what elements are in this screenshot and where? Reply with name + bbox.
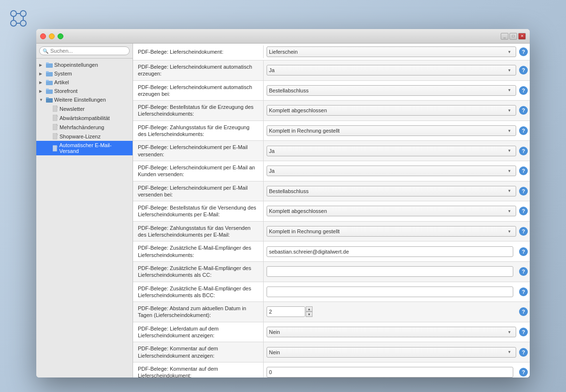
sidebar-item-mehrfach[interactable]: Mehrfachänderung (36, 122, 133, 132)
select-row1[interactable]: Lieferschein (267, 46, 516, 57)
form-control-row13 (264, 285, 516, 299)
select-wrapper-row9: Komplett abgeschlossen▼ (267, 206, 513, 216)
select-wrapper-row16: NeinJa▼ (267, 347, 513, 358)
select-row8[interactable]: Bestellabschluss (267, 186, 516, 196)
input-row17[interactable] (267, 367, 513, 377)
spinner-down-row14[interactable]: ▼ (306, 312, 313, 317)
form-label-row16: PDF-Belege: Kommentar auf dem Liefersche… (133, 342, 264, 362)
close-button[interactable] (40, 33, 46, 39)
form-label-row3: PDF-Belege: Lieferscheindokument automat… (133, 81, 264, 101)
form-row-row2: PDF-Belege: Lieferscheindokument automat… (133, 60, 530, 81)
svg-rect-17 (46, 97, 49, 99)
select-row7[interactable]: JaNein (267, 166, 516, 176)
help-button-row11[interactable]: ? (519, 247, 528, 256)
select-row15[interactable]: NeinJa (267, 327, 516, 337)
input-row12[interactable] (267, 266, 513, 277)
svg-rect-8 (46, 63, 53, 68)
select-row5[interactable]: Komplett in Rechnung gestellt (267, 125, 516, 136)
form-control-row1: Lieferschein▼ (264, 45, 516, 59)
restore-icon[interactable]: □ (509, 33, 517, 40)
form-label-row11: PDF-Belege: Zusätzliche E-Mail-Empfänger… (133, 241, 264, 261)
help-button-row7[interactable]: ? (519, 166, 528, 175)
select-row4[interactable]: Komplett abgeschlossen (267, 105, 516, 116)
svg-point-1 (20, 11, 26, 16)
search-input[interactable] (50, 48, 126, 54)
help-button-row2[interactable]: ? (519, 66, 528, 75)
select-wrapper-row1: Lieferschein▼ (267, 46, 513, 57)
sidebar-item-storefront[interactable]: ▶ Storefront (36, 87, 133, 95)
form-label-row5: PDF-Belege: Zahlungsstatus für die Erzeu… (133, 121, 264, 141)
sidebar-item-newsletter[interactable]: Newsletter (36, 104, 133, 113)
help-button-row4[interactable]: ? (519, 106, 528, 115)
folder-icon-weitere (46, 97, 53, 103)
sidebar-item-email-versand[interactable]: Automatischer E-Mail-Versand (36, 141, 133, 155)
select-row6[interactable]: JaNein (267, 146, 516, 156)
close-icon[interactable]: ✕ (518, 33, 526, 40)
help-button-row8[interactable]: ? (519, 187, 528, 196)
sidebar-item-artikel[interactable]: ▶ Artikel (36, 78, 133, 87)
form-control-row8: Bestellabschluss▼ (264, 184, 516, 198)
select-wrapper-row2: JaNein▼ (267, 65, 513, 75)
form-label-row8: PDF-Belege: Lieferscheindokument per E-M… (133, 181, 264, 201)
form-label-row2: PDF-Belege: Lieferscheindokument automat… (133, 60, 264, 80)
form-row-row9: PDF-Belege: Bestellstatus für die Versen… (133, 201, 530, 222)
form-control-row11 (264, 244, 516, 259)
form-row-row6: PDF-Belege: Lieferscheindokument per E-M… (133, 141, 530, 161)
sidebar-item-shopeinstellungen[interactable]: ▶ Shopeinstellungen (36, 60, 133, 69)
titlebar-controls: _ □ ✕ (501, 33, 526, 40)
sidebar-label-mehrfach: Mehrfachänderung (60, 124, 104, 130)
help-button-row3[interactable]: ? (519, 86, 528, 95)
select-wrapper-row10: Komplett in Rechnung gestellt▼ (267, 226, 513, 237)
select-wrapper-row3: Bestellabschluss▼ (267, 85, 513, 96)
select-row10[interactable]: Komplett in Rechnung gestellt (267, 226, 516, 237)
maximize-button[interactable] (58, 33, 63, 39)
help-button-row14[interactable]: ? (519, 307, 528, 316)
input-row13[interactable] (267, 286, 513, 297)
spinner-wrapper-row14: ▲▼ (267, 306, 313, 317)
help-button-row13[interactable]: ? (519, 287, 528, 296)
svg-rect-12 (46, 81, 53, 85)
select-row2[interactable]: JaNein (267, 65, 516, 75)
select-row9[interactable]: Komplett abgeschlossen (267, 206, 516, 216)
form-control-row15: NeinJa▼ (264, 325, 516, 339)
minimize-button[interactable] (49, 33, 55, 39)
help-button-row1[interactable]: ? (519, 47, 528, 56)
select-wrapper-row6: JaNein▼ (267, 146, 513, 156)
sidebar-item-weitere-einstellungen[interactable]: ▼ Weitere Einstellungen (36, 95, 133, 104)
sidebar-label-artikel: Artikel (54, 79, 69, 85)
form-row-row10: PDF-Belege: Zahlungsstatus für das Verse… (133, 222, 530, 242)
form-control-row6: JaNein▼ (264, 144, 516, 158)
help-button-row15[interactable]: ? (519, 328, 528, 336)
form-label-row10: PDF-Belege: Zahlungsstatus für das Verse… (133, 222, 264, 241)
spinner-up-row14[interactable]: ▲ (306, 306, 313, 312)
help-button-row12[interactable]: ? (519, 267, 528, 276)
help-button-row6[interactable]: ? (519, 147, 528, 155)
form-control-row7: JaNein▼ (264, 164, 516, 178)
svg-rect-11 (46, 71, 49, 73)
form-control-row3: Bestellabschluss▼ (264, 83, 516, 98)
sidebar-label-newsletter: Newsletter (60, 106, 85, 112)
spinner-input-row14[interactable] (267, 306, 305, 317)
select-row3[interactable]: Bestellabschluss (267, 85, 516, 96)
help-button-row10[interactable]: ? (519, 227, 528, 236)
help-button-row9[interactable]: ? (519, 207, 528, 215)
help-button-row17[interactable]: ? (519, 368, 528, 377)
help-button-row5[interactable]: ? (519, 126, 528, 135)
svg-rect-16 (46, 98, 53, 103)
file-icon-lizenz (53, 133, 58, 139)
input-row11[interactable] (267, 246, 513, 257)
sidebar-item-abwaerts[interactable]: Abwärtskompatibilität (36, 113, 133, 122)
form-row-row11: PDF-Belege: Zusätzliche E-Mail-Empfänger… (133, 241, 530, 262)
select-row16[interactable]: NeinJa (267, 347, 516, 358)
svg-point-0 (11, 11, 16, 16)
file-icon-abwaerts (53, 115, 58, 121)
help-button-row16[interactable]: ? (519, 348, 528, 357)
form-row-row15: PDF-Belege: Lieferdatum auf dem Liefersc… (133, 322, 530, 343)
sidebar-item-system[interactable]: ▶ System (36, 69, 133, 78)
minimize-icon[interactable]: _ (501, 33, 508, 40)
form-label-row7: PDF-Belege: Lieferscheindokument per E-M… (133, 161, 264, 181)
search-wrapper: 🔍 (39, 46, 130, 55)
sidebar-label-email: Automatischer E-Mail-Versand (60, 142, 130, 154)
form-control-row16: NeinJa▼ (264, 345, 516, 360)
sidebar-item-lizenz[interactable]: Shopware-Lizenz (36, 132, 133, 141)
